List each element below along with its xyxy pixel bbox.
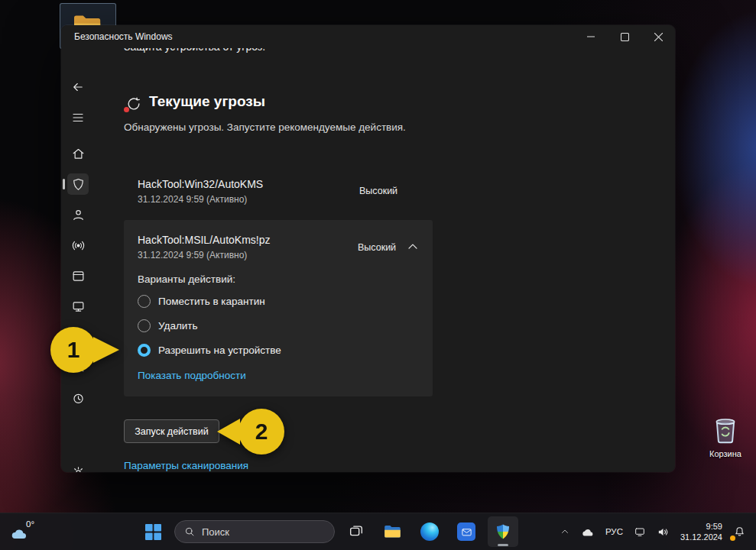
history-clock-icon (71, 391, 86, 406)
window-title: Безопасность Windows (74, 31, 173, 42)
sidebar (61, 48, 95, 472)
cloud-icon (580, 526, 595, 537)
section-subtitle: Обнаружены угрозы. Запустите рекомендуем… (124, 121, 406, 133)
windows-security-window: Безопасность Windows (61, 25, 675, 472)
wireless-icon (71, 238, 86, 253)
shield-icon (71, 177, 86, 192)
chevron-up-icon (405, 239, 420, 254)
annotation-callout-1: 1 (50, 327, 96, 373)
current-threats-icon (125, 95, 142, 112)
network-icon (634, 526, 646, 538)
radio-option-remove[interactable]: Удалить (138, 316, 198, 335)
maximize-icon (621, 33, 629, 41)
monitor-icon (71, 299, 86, 314)
tray-chevron-button[interactable] (555, 516, 575, 547)
search-label: Поиск (202, 526, 229, 538)
back-button[interactable] (67, 76, 89, 98)
run-actions-button[interactable]: Запуск действий (124, 419, 219, 443)
clock-widget[interactable]: 9:59 31.12.2024 (675, 516, 728, 547)
sidebar-item-account-protection[interactable] (67, 204, 89, 225)
radio-option-allow[interactable]: Разрешить на устройстве (138, 341, 281, 359)
gear-icon (71, 465, 86, 473)
notification-dot (730, 535, 735, 541)
app-window-icon (71, 269, 86, 283)
onedrive-button[interactable] (575, 516, 600, 547)
show-details-link[interactable]: Показать подробности (138, 370, 246, 381)
sidebar-item-home[interactable] (67, 143, 89, 164)
speaker-icon (657, 526, 670, 539)
weather-widget[interactable]: 0° (5, 515, 50, 548)
threat-severity: Высокий (359, 186, 397, 196)
taskbar-search[interactable]: Поиск (174, 520, 335, 543)
callout-arrow-right (93, 337, 119, 363)
callout-number: 1 (67, 337, 80, 363)
radio-icon (138, 319, 151, 332)
sidebar-item-device-security[interactable] (67, 296, 89, 317)
callout-circle: 1 (50, 327, 96, 373)
language-label: РУС (605, 527, 623, 536)
threat-name: HackTool:Win32/AutoKMS (138, 178, 263, 190)
radio-option-label: Поместить в карантин (158, 296, 265, 307)
hamburger-icon (71, 111, 85, 125)
threat-card: HackTool:MSIL/AutoKms!pz 31.12.2024 9:59… (124, 220, 433, 396)
mail-button[interactable] (451, 516, 482, 547)
taskbar: 0° Поиск (0, 513, 756, 550)
task-view-icon (348, 523, 365, 540)
person-icon (71, 208, 86, 222)
minimize-button[interactable] (574, 25, 608, 48)
nav-menu-button[interactable] (67, 107, 89, 128)
threat-severity: Высокий (358, 242, 396, 253)
annotation-callout-2: 2 (238, 409, 284, 455)
callout-circle: 2 (238, 409, 284, 455)
explorer-button[interactable] (378, 516, 408, 547)
language-button[interactable]: РУС (600, 516, 628, 547)
sidebar-item-virus-protection[interactable] (67, 173, 89, 195)
sidebar-item-settings[interactable] (67, 461, 89, 472)
threat-meta: 31.12.2024 9:59 (Активно) (138, 250, 247, 260)
threat-name: HackTool:MSIL/AutoKms!pz (138, 234, 271, 246)
threat-meta: 31.12.2024 9:59 (Активно) (138, 194, 247, 205)
sidebar-item-app-browser-control[interactable] (67, 265, 89, 286)
recycle-bin-label: Корзина (697, 449, 754, 458)
edge-icon (420, 522, 439, 541)
chevron-up-icon (560, 527, 569, 536)
recycle-bin[interactable]: Корзина (697, 412, 754, 458)
collapse-button[interactable] (405, 239, 420, 254)
start-button[interactable] (138, 516, 168, 547)
maximize-button[interactable] (608, 25, 641, 48)
content-area: Защита устройства от угроз. Текущие угро… (61, 25, 675, 472)
windows-security-button[interactable] (488, 516, 518, 547)
date-label: 31.12.2024 (680, 532, 722, 542)
recycle-bin-icon (711, 412, 740, 445)
mail-icon (457, 522, 475, 541)
back-arrow-icon (71, 80, 85, 94)
radio-option-quarantine[interactable]: Поместить в карантин (138, 292, 265, 310)
sidebar-item-firewall-network[interactable] (67, 235, 89, 256)
action-options-label: Варианты действий: (138, 273, 235, 285)
search-icon (184, 526, 195, 537)
notification-bell-button[interactable] (728, 516, 751, 547)
close-button[interactable] (641, 25, 675, 48)
sidebar-item-protection-history[interactable] (67, 387, 89, 409)
radio-option-label: Удалить (158, 320, 198, 332)
home-icon (71, 147, 86, 161)
network-button[interactable] (628, 516, 651, 547)
edge-button[interactable] (414, 516, 445, 547)
section-title: Текущие угрозы (149, 93, 265, 110)
taskbar-center: Поиск (138, 516, 518, 547)
volume-button[interactable] (651, 516, 675, 547)
close-icon (654, 33, 663, 41)
radio-icon (138, 344, 151, 357)
security-shield-icon (494, 522, 512, 541)
desktop: Корзина Безопасность Windows (0, 0, 756, 550)
minimize-icon (587, 33, 595, 40)
weather-cloud-icon (9, 527, 29, 541)
titlebar: Безопасность Windows (61, 25, 675, 48)
threat-alert-dot (124, 107, 129, 112)
time-label: 9:59 (680, 521, 722, 532)
task-view-button[interactable] (341, 516, 372, 547)
threat-row[interactable]: HackTool:Win32/AutoKMS 31.12.2024 9:59 (… (124, 175, 433, 209)
scan-options-link[interactable]: Параметры сканирования (124, 460, 248, 471)
callout-arrow-left (217, 419, 240, 445)
radio-icon (138, 295, 151, 308)
